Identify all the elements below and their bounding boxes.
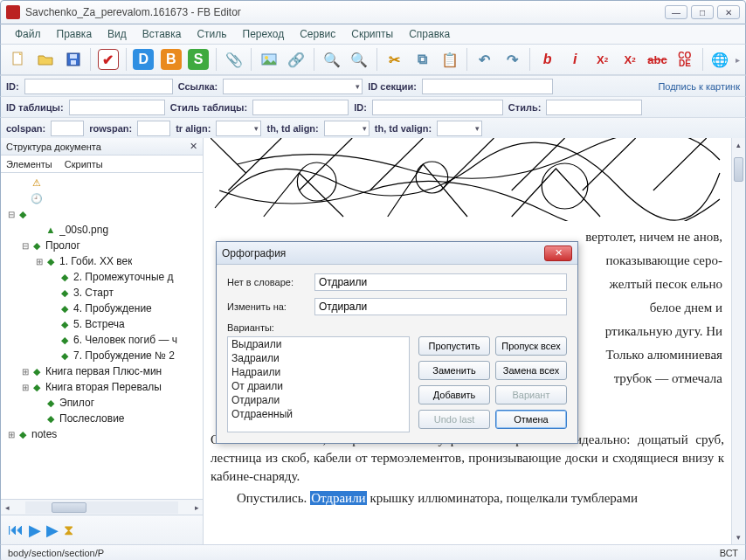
- code-button[interactable]: CODE: [673, 47, 696, 72]
- row-id-input[interactable]: [372, 100, 503, 115]
- hscroll-left-icon[interactable]: ◂: [1, 503, 13, 512]
- image-caption-link[interactable]: Подпись к картинк: [658, 81, 740, 92]
- variant-item[interactable]: Надраили: [228, 365, 409, 379]
- rowspan-input[interactable]: [137, 121, 170, 136]
- tree-node[interactable]: ⚠: [1, 175, 203, 190]
- variant-item[interactable]: Отдраенный: [228, 407, 409, 421]
- tree-node[interactable]: ◆7. Пробуждение № 2: [1, 348, 203, 363]
- validate-button[interactable]: ✔: [96, 47, 120, 72]
- tree-node[interactable]: ◆3. Старт: [1, 285, 203, 301]
- toolbar-overflow-icon[interactable]: ▸: [736, 55, 740, 65]
- variant-item[interactable]: От драили: [228, 379, 409, 393]
- menu-goto[interactable]: Переход: [236, 26, 292, 42]
- superscript-button[interactable]: X2: [591, 47, 614, 72]
- link-dropdown[interactable]: [223, 79, 363, 94]
- close-button[interactable]: ✕: [717, 5, 740, 19]
- subscript-button[interactable]: X2: [618, 47, 641, 72]
- tree-node[interactable]: ⊞◆1. Гоби. XX век: [1, 253, 203, 269]
- replace-button[interactable]: Заменить: [418, 361, 490, 380]
- open-button[interactable]: [33, 47, 57, 72]
- sidebar-tab-elements[interactable]: Элементы: [6, 159, 52, 169]
- content-vscroll[interactable]: ▴ ▾: [731, 138, 745, 544]
- tree-twist-icon[interactable]: ⊞: [34, 257, 45, 266]
- tree-twist-icon[interactable]: ⊞: [20, 367, 31, 377]
- sidebar-tab-scripts[interactable]: Скрипты: [65, 159, 103, 169]
- vscroll-down-icon[interactable]: ▾: [732, 530, 745, 544]
- bold-button[interactable]: b: [535, 47, 559, 72]
- tree-node[interactable]: ◆2. Промежуточные д: [1, 269, 203, 285]
- mode-d-button[interactable]: D: [132, 47, 155, 72]
- tralign-dropdown[interactable]: [216, 121, 261, 136]
- dialog-close-button[interactable]: ✕: [544, 245, 572, 261]
- tree-node[interactable]: ⊟◆Пролог: [1, 238, 203, 253]
- maximize-button[interactable]: □: [691, 5, 714, 19]
- menu-scripts[interactable]: Скрипты: [344, 26, 400, 42]
- dialog-titlebar[interactable]: Орфография ✕: [217, 242, 577, 265]
- undo-button[interactable]: ↶: [473, 47, 496, 72]
- nav-prev-icon[interactable]: ▶: [29, 521, 41, 540]
- variant-item[interactable]: Отдирали: [228, 393, 409, 407]
- change-to-input[interactable]: [314, 298, 567, 315]
- tree-node[interactable]: ◆4. Пробуждение: [1, 301, 203, 316]
- paste-button[interactable]: 📋: [438, 47, 461, 72]
- hscroll-right-icon[interactable]: ▸: [190, 503, 203, 512]
- tree-node[interactable]: ◆5. Встреча: [1, 316, 203, 332]
- tree-twist-icon[interactable]: ⊟: [20, 241, 31, 251]
- hscroll-thumb[interactable]: [52, 502, 86, 513]
- sidebar-hscroll[interactable]: ◂ ▸: [1, 499, 203, 515]
- id-input[interactable]: [24, 79, 173, 94]
- menu-edit[interactable]: Правка: [50, 26, 100, 42]
- row-style-input[interactable]: [546, 100, 642, 115]
- nav-next-icon[interactable]: ▶: [46, 521, 59, 540]
- document-tree[interactable]: ⚠🕘⊟◆▲_00s0.png⊟◆Пролог⊞◆1. Гоби. XX век◆…: [1, 173, 203, 499]
- tree-twist-icon[interactable]: ⊞: [20, 383, 31, 392]
- variant-item[interactable]: Выдраили: [228, 337, 409, 351]
- menu-service[interactable]: Сервис: [293, 26, 342, 42]
- thtdvalign-dropdown[interactable]: [437, 121, 482, 136]
- strikethrough-button[interactable]: abc: [646, 47, 669, 72]
- globe-button[interactable]: 🌐: [708, 47, 732, 72]
- replace-all-button[interactable]: Замена всех: [495, 361, 567, 380]
- image-button[interactable]: [257, 47, 280, 72]
- find-button[interactable]: 🔍: [320, 47, 343, 72]
- save-button[interactable]: [61, 47, 85, 72]
- menu-file[interactable]: Файл: [8, 26, 48, 42]
- find-next-button[interactable]: 🔍: [348, 47, 371, 72]
- redo-button[interactable]: ↷: [501, 47, 524, 72]
- tree-node[interactable]: ◆Послесловие: [1, 411, 203, 426]
- colspan-input[interactable]: [51, 121, 84, 136]
- tree-node[interactable]: ◆Эпилог: [1, 395, 203, 411]
- menu-style[interactable]: Стиль: [190, 26, 233, 42]
- tree-node[interactable]: 🕘: [1, 190, 203, 206]
- tree-node[interactable]: ◆6. Человек погиб — ч: [1, 332, 203, 348]
- vscroll-up-icon[interactable]: ▴: [732, 138, 745, 152]
- section-id-input[interactable]: [422, 79, 553, 94]
- mode-s-button[interactable]: S: [187, 47, 211, 72]
- variants-listbox[interactable]: ВыдраилиЗадраилиНадраилиОт драилиОтдирал…: [227, 336, 410, 432]
- minimize-button[interactable]: ―: [665, 5, 687, 19]
- thtdalign-dropdown[interactable]: [324, 121, 370, 136]
- copy-button[interactable]: ⧉: [410, 47, 433, 72]
- menu-view[interactable]: Вид: [100, 26, 134, 42]
- tree-node[interactable]: ⊞◆Книга первая Плюс-мин: [1, 363, 203, 379]
- tree-node[interactable]: ⊞◆notes: [1, 426, 203, 442]
- tree-twist-icon[interactable]: ⊟: [6, 210, 17, 219]
- tree-node[interactable]: ▲_00s0.png: [1, 222, 203, 238]
- attach-button[interactable]: 📎: [222, 47, 245, 72]
- skip-all-button[interactable]: Пропуск всех: [495, 336, 567, 356]
- add-button[interactable]: Добавить: [418, 385, 490, 404]
- menu-help[interactable]: Справка: [402, 26, 457, 42]
- sidebar-close-icon[interactable]: ✕: [190, 141, 197, 152]
- table-style-input[interactable]: [252, 100, 349, 115]
- italic-button[interactable]: i: [563, 47, 586, 72]
- tree-twist-icon[interactable]: ⊞: [6, 430, 17, 439]
- mode-b-button[interactable]: B: [159, 47, 183, 72]
- new-button[interactable]: [6, 47, 30, 72]
- link-button[interactable]: 🔗: [285, 47, 308, 72]
- variant-item[interactable]: Задраили: [228, 351, 409, 365]
- table-id-input[interactable]: [69, 100, 165, 115]
- tree-node[interactable]: ⊟◆: [1, 206, 203, 222]
- tree-node[interactable]: ⊞◆Книга вторая Перевалы: [1, 379, 203, 395]
- cut-button[interactable]: ✂: [383, 47, 406, 72]
- skip-button[interactable]: Пропустить: [418, 336, 490, 356]
